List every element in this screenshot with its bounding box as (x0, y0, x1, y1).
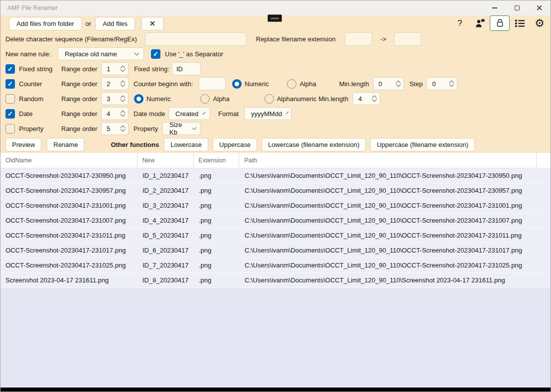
column-header-path[interactable]: Path (239, 153, 537, 168)
uppercase-button[interactable]: Uppercase (213, 138, 257, 151)
table-row[interactable]: OCCT-Screenshot-20230417-231017.pngID_6_… (0, 243, 551, 258)
counter-step-spinner[interactable]: 0 (426, 77, 457, 90)
fixed-string-label: Fixed string (19, 65, 52, 73)
window-controls: ✕ (483, 0, 551, 15)
table-row[interactable]: OCCT-Screenshot-20230417-231025.pngID_7_… (0, 258, 551, 273)
list-button[interactable] (510, 15, 530, 31)
column-header-oldname[interactable]: OldName (0, 153, 138, 168)
replace-extension-to-input[interactable] (394, 32, 421, 46)
help-button[interactable]: ? (450, 15, 470, 31)
add-files-from-folder-button[interactable]: Add files from folder (9, 17, 82, 30)
maximize-button[interactable] (506, 0, 528, 15)
lowercase-button[interactable]: Lowercase (164, 138, 208, 151)
delete-sequence-input[interactable] (145, 32, 247, 46)
fixed-string-field-label: Fixed string: (134, 65, 172, 73)
fixed-string-checkbox[interactable]: ✓ (5, 64, 15, 74)
preview-button[interactable]: Preview (5, 138, 41, 151)
rename-button[interactable]: Rename (47, 138, 84, 151)
spinner-arrows-icon[interactable] (121, 66, 125, 71)
lowercase-extension-button[interactable]: Lowercase (filename extension) (262, 138, 366, 151)
spinner-value: 5 (107, 125, 110, 132)
random-alpha-radio[interactable] (200, 94, 210, 104)
table-cell: C:\Users\ivanm\Documents\OCCT_Limit_120_… (240, 232, 538, 239)
settings-button[interactable]: ⚙ (530, 15, 550, 31)
counter-range-order-spinner[interactable]: 2 (101, 77, 129, 90)
table-row[interactable]: OCCT-Screenshot-20230417-230950.pngID_1_… (0, 168, 551, 183)
uppercase-extension-button[interactable]: Uppercase (filename extension) (370, 138, 475, 151)
arrow-label: -> (380, 35, 386, 43)
replace-extension-from-input[interactable] (345, 32, 372, 46)
check-icon: ✓ (7, 80, 13, 88)
random-checkbox[interactable] (5, 94, 15, 104)
spinner-arrows-icon[interactable] (121, 111, 125, 116)
fixed-string-input[interactable] (172, 62, 201, 75)
counter-minlength-spinner[interactable]: 0 (373, 77, 404, 90)
counter-numeric-label: Numeric (245, 80, 269, 88)
table-cell: OCCT-Screenshot-20230417-230950.png (0, 172, 138, 179)
table-cell: .png (194, 276, 240, 284)
range-order-label: Range order (61, 95, 101, 103)
fixed-range-order-spinner[interactable]: 1 (101, 62, 129, 75)
table-cell: .png (194, 247, 240, 254)
counter-numeric-radio[interactable] (232, 79, 242, 89)
spinner-arrows-icon[interactable] (397, 81, 400, 86)
spinner-value: 4 (107, 110, 110, 118)
table-cell: C:\Users\ivanm\Documents\OCCT_Limit_120_… (240, 202, 538, 209)
random-minlength-spinner[interactable]: 4 (353, 92, 380, 105)
date-format-dropdown[interactable]: yyyyMMdd (244, 107, 291, 120)
property-range-order-spinner[interactable]: 5 (101, 122, 129, 135)
spinner-arrows-icon[interactable] (121, 81, 125, 86)
maximize-icon (515, 5, 520, 10)
spinner-arrows-icon[interactable] (121, 96, 125, 101)
table-row[interactable]: OCCT-Screenshot-20230417-231007.pngID_4_… (0, 213, 551, 228)
table-cell: OCCT-Screenshot-20230417-231025.png (0, 261, 138, 269)
table-row[interactable]: OCCT-Screenshot-20230417-231001.pngID_3_… (0, 198, 551, 213)
separator-checkbox[interactable]: ✓ (151, 49, 160, 59)
table-cell: .png (194, 202, 240, 209)
property-dropdown[interactable]: Size Kb (162, 122, 201, 135)
table-row[interactable]: Screenshot 2023-04-17 231611.pngID_8_202… (0, 273, 551, 288)
table-cell: ID_7_20230417 (138, 261, 194, 269)
random-alpha-label: Alpha (213, 95, 229, 103)
counter-label: Counter (19, 80, 42, 88)
user-button[interactable] (470, 15, 490, 31)
new-name-rule-dropdown[interactable]: Replace old name (58, 47, 144, 60)
counter-checkbox[interactable]: ✓ (5, 79, 15, 89)
minimize-button[interactable] (483, 0, 506, 15)
table-cell: ID_2_20230417 (138, 187, 194, 194)
table-cell: C:\Users\ivanm\Documents\OCCT_Limit_120_… (240, 247, 538, 254)
lock-button[interactable] (490, 15, 510, 31)
counter-begin-label: Counter beginn with: (134, 80, 199, 88)
column-header-new[interactable]: New (138, 153, 194, 168)
random-alphanumeric-label: Alphanumeric (277, 95, 317, 103)
date-format-value: yyyyMMdd (251, 110, 282, 118)
spinner-arrows-icon[interactable] (373, 96, 376, 101)
add-files-button[interactable]: Add files (95, 17, 135, 30)
date-checkbox[interactable]: ✓ (5, 109, 15, 119)
random-range-order-spinner[interactable]: 3 (101, 92, 129, 105)
counter-begin-input[interactable] (199, 77, 226, 90)
property-label: Property (19, 125, 43, 132)
spinner-arrows-icon[interactable] (121, 126, 125, 131)
table-cell: .png (194, 187, 240, 194)
date-mode-dropdown[interactable]: Created (168, 107, 210, 120)
dark-overlay-widget (268, 14, 282, 22)
replace-extension-label: Replace filename extension (256, 35, 336, 43)
column-header-extension[interactable]: Extension (194, 153, 239, 168)
spinner-arrows-icon[interactable] (450, 81, 453, 86)
date-range-order-spinner[interactable]: 4 (101, 107, 129, 120)
other-functions-label: Other functions (111, 141, 159, 148)
random-numeric-radio[interactable] (134, 94, 143, 104)
clear-list-button[interactable]: ✕ (141, 17, 163, 30)
property-field-label: Property (134, 125, 162, 132)
spinner-value: 0 (432, 80, 435, 88)
counter-alpha-radio[interactable] (287, 79, 296, 89)
random-alphanumeric-radio[interactable] (265, 94, 274, 104)
table-cell: OCCT-Screenshot-20230417-231011.png (0, 232, 138, 239)
table-row[interactable]: OCCT-Screenshot-20230417-231011.pngID_5_… (0, 228, 551, 243)
table-row[interactable]: OCCT-Screenshot-20230417-230957.pngID_2_… (0, 183, 551, 198)
close-button[interactable]: ✕ (528, 0, 551, 15)
check-icon: ✓ (153, 50, 158, 58)
spinner-value: 0 (379, 80, 382, 88)
property-checkbox[interactable] (5, 124, 15, 133)
